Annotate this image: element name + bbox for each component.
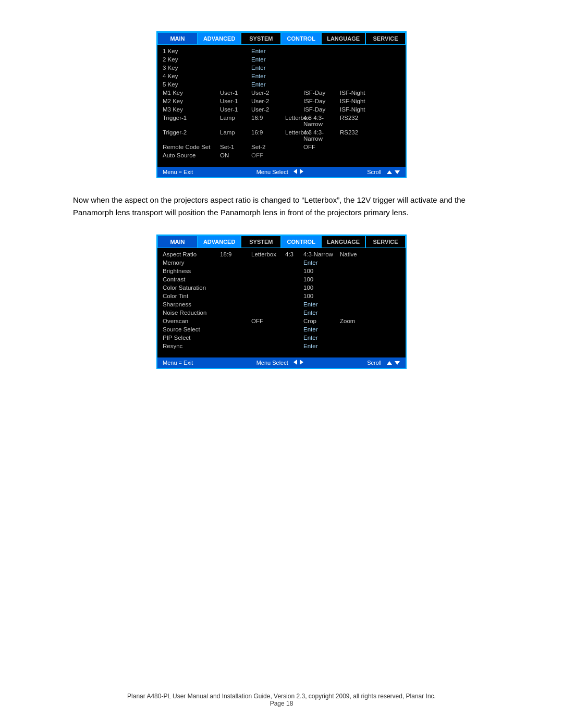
tab-language-2[interactable]: LANGUAGE	[321, 236, 365, 248]
table-row: Trigger-2 Lamp 16:9 Letterbox 4:3 4:3-Na…	[163, 128, 400, 143]
row-label: 5 Key	[163, 81, 220, 88]
footer-line1: Planar A480-PL User Manual and Installat…	[21, 693, 542, 700]
row-val2	[251, 268, 285, 274]
row-val2: OFF	[251, 318, 285, 324]
row-val1	[220, 335, 251, 341]
row-val5	[340, 260, 369, 266]
row-val5	[340, 285, 369, 291]
row-val3	[285, 293, 303, 299]
row-val5	[340, 310, 369, 316]
tab-main-1[interactable]: MAIN	[157, 32, 198, 45]
row-val3	[285, 90, 303, 96]
row-val2: OFF	[251, 152, 285, 158]
row-val4: 100	[303, 285, 340, 291]
row-val4: 4:3 4:3-Narrow	[303, 115, 340, 127]
arrow-right-icon-2	[300, 360, 303, 365]
row-val3	[285, 73, 303, 79]
row-val4: Enter	[303, 335, 340, 341]
row-val3	[285, 301, 303, 307]
row-val4	[303, 152, 340, 158]
row-val5	[340, 268, 369, 274]
table-row: Memory Enter	[163, 258, 400, 267]
tab-service-1[interactable]: SERVICE	[365, 32, 406, 45]
row-val3: 4:3	[285, 251, 303, 257]
row-val3: Letterbox	[285, 129, 303, 142]
footer-menu-exit-2: Menu = Exit	[163, 360, 193, 366]
row-val2: Enter	[251, 65, 285, 71]
tab-advanced-1[interactable]: ADVANCED	[198, 32, 241, 45]
row-val1	[220, 81, 251, 88]
row-val3	[285, 48, 303, 54]
row-label: 2 Key	[163, 56, 220, 63]
row-val2: Letterbox	[251, 251, 285, 257]
arrow-up-icon	[387, 170, 392, 174]
row-label: Noise Reduction	[163, 310, 220, 316]
table-row: Brightness 100	[163, 267, 400, 275]
row-val3	[285, 326, 303, 332]
row-val1: 18:9	[220, 251, 251, 257]
row-val4: Enter	[303, 326, 340, 332]
row-val3	[285, 152, 303, 158]
row-val3	[285, 310, 303, 316]
row-val1	[220, 310, 251, 316]
osd-body-1: 1 Key Enter 2 Key Enter 3 Key Enter	[157, 45, 406, 165]
row-label: Color Tint	[163, 293, 220, 299]
tab-main-2[interactable]: MAIN	[157, 236, 198, 248]
row-val1	[220, 276, 251, 282]
row-val5	[340, 65, 369, 71]
row-val4	[303, 73, 340, 79]
row-val2	[251, 285, 285, 291]
row-val4: Enter	[303, 260, 340, 266]
row-label: M3 Key	[163, 106, 220, 113]
row-val2	[251, 293, 285, 299]
row-val4	[303, 81, 340, 88]
row-val4: 4:3 4:3-Narrow	[303, 129, 340, 142]
footer-menu-exit: Menu = Exit	[163, 169, 193, 175]
table-row: 1 Key Enter	[163, 47, 400, 55]
arrow-right-icon	[300, 169, 303, 174]
tab-system-2[interactable]: SYSTEM	[241, 236, 281, 248]
tab-control-1[interactable]: CONTROL	[281, 32, 321, 45]
tab-language-1[interactable]: LANGUAGE	[321, 32, 365, 45]
row-val2	[251, 335, 285, 341]
table-row: Contrast 100	[163, 275, 400, 283]
row-val2: 16:9	[251, 115, 285, 127]
row-val4	[303, 48, 340, 54]
row-val5	[340, 293, 369, 299]
row-val4	[303, 56, 340, 63]
row-val1	[220, 268, 251, 274]
table-row: M2 Key User-1 User-2 ISF-Day ISF-Night	[163, 97, 400, 105]
row-val3	[285, 268, 303, 274]
row-val1	[220, 48, 251, 54]
row-label: M1 Key	[163, 90, 220, 96]
row-val1: Lamp	[220, 129, 251, 142]
row-val2: User-2	[251, 98, 285, 104]
row-val3	[285, 65, 303, 71]
row-label: 4 Key	[163, 73, 220, 79]
row-val4: Enter	[303, 301, 340, 307]
row-val4: Enter	[303, 310, 340, 316]
row-val5	[340, 81, 369, 88]
row-val1: Set-1	[220, 144, 251, 150]
row-val4: 100	[303, 293, 340, 299]
tab-advanced-2[interactable]: ADVANCED	[198, 236, 241, 248]
row-val1	[220, 301, 251, 307]
row-val3	[285, 81, 303, 88]
row-val5: RS232	[340, 115, 369, 127]
row-val1: ON	[220, 152, 251, 158]
tab-system-1[interactable]: SYSTEM	[241, 32, 281, 45]
row-label: Auto Source	[163, 152, 220, 158]
tab-control-2[interactable]: CONTROL	[281, 236, 321, 248]
row-val2: Enter	[251, 48, 285, 54]
row-val5	[340, 73, 369, 79]
row-val5: ISF-Night	[340, 90, 369, 96]
row-val2	[251, 301, 285, 307]
row-val5	[340, 276, 369, 282]
description-paragraph: Now when the aspect on the projectors as…	[73, 194, 490, 219]
tab-service-2[interactable]: SERVICE	[365, 236, 406, 248]
arrow-left-icon-2	[293, 360, 297, 365]
row-label: 3 Key	[163, 65, 220, 71]
row-val2: 16:9	[251, 129, 285, 142]
osd-tabs-2: MAIN ADVANCED SYSTEM CONTROL LANGUAGE SE…	[157, 236, 406, 248]
row-val3	[285, 335, 303, 341]
